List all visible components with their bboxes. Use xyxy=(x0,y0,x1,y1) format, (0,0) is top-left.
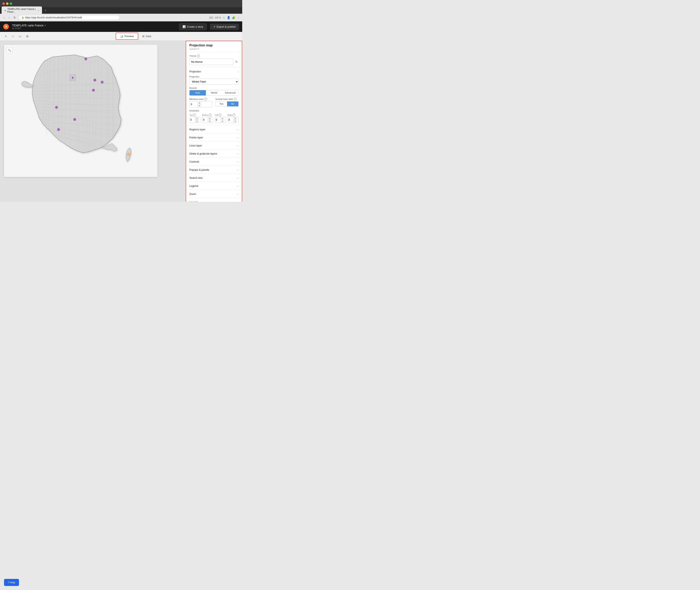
projection-select[interactable]: Winkel Tripel xyxy=(189,79,239,85)
min-area-input[interactable] xyxy=(189,101,198,107)
panel-header: Projection map v13.8.0 ↻ xyxy=(186,41,242,52)
visualization-title[interactable]: TEMPLATE carte France ▾ xyxy=(12,24,46,27)
padding-top-down[interactable]: ▼ xyxy=(195,120,199,123)
theme-info-icon[interactable]: ? xyxy=(197,55,200,57)
section-arrow-7: → xyxy=(236,185,239,187)
section-header-7[interactable]: Legend → xyxy=(186,182,242,190)
forward-button[interactable]: › xyxy=(7,15,11,20)
data-tab[interactable]: ⊞ Data xyxy=(138,33,155,39)
tab-close-button[interactable]: ✕ xyxy=(37,9,39,12)
settings-tool[interactable]: ⚙ xyxy=(24,33,30,39)
active-tab[interactable]: ✳ TEMPLATE carte France | Flouri… ✕ xyxy=(2,6,42,14)
include-lines-group: Include lines data ? Yes No xyxy=(215,98,239,107)
section-layout: Layout → xyxy=(186,198,242,202)
include-lines-toggle: Yes No xyxy=(215,101,239,107)
padding-right-input[interactable] xyxy=(228,117,233,123)
svg-point-46 xyxy=(72,77,74,79)
bounds-advanced-button[interactable]: Advanced xyxy=(222,90,238,95)
padding-right-field: Right ? ▲ ▼ xyxy=(228,114,239,123)
min-area-info-icon[interactable]: ? xyxy=(204,98,207,100)
padding-bottom-up[interactable]: ▲ xyxy=(208,117,211,120)
section-arrow-6: → xyxy=(236,177,239,179)
create-story-button[interactable]: 📊 Create a story xyxy=(179,23,207,30)
padding-top-field: Top ? ▲ ▼ xyxy=(189,114,200,123)
data-grid-icon: ⊞ xyxy=(142,35,145,38)
projection-header[interactable]: Projection ↓ xyxy=(186,68,242,76)
export-publish-button[interactable]: ↗ Export & publish xyxy=(210,24,239,30)
map-point xyxy=(84,58,87,60)
app-title-area: TEMPLATE carte France ▾ by KGEC xyxy=(12,24,46,29)
map-area: 🔍 xyxy=(0,41,186,202)
padding-right-up[interactable]: ▲ xyxy=(233,117,237,120)
min-area-decrement[interactable]: ▼ xyxy=(198,104,201,107)
bounds-world-button[interactable]: World xyxy=(206,90,222,95)
section-arrow-5: → xyxy=(236,169,239,171)
section-arrow-3: → xyxy=(236,152,239,155)
frame-tool[interactable]: □ xyxy=(10,33,15,39)
padding-bottom-field: Bottom ? ▲ ▼ xyxy=(202,114,213,123)
tab-bar: ✳ TEMPLATE carte France | Flouri… ✕ + xyxy=(0,7,242,14)
theme-select[interactable]: No theme xyxy=(189,59,233,65)
new-tab-button[interactable]: + xyxy=(43,8,48,13)
bookmark-icon[interactable]: ☆ xyxy=(223,16,225,19)
padding-left-up[interactable]: ▲ xyxy=(221,117,224,120)
section-header-2[interactable]: Lines layer → xyxy=(186,142,242,150)
padding-bottom-down[interactable]: ▼ xyxy=(208,120,211,123)
svg-point-39 xyxy=(93,79,96,82)
refresh-icon[interactable]: ↻ xyxy=(197,47,199,50)
padding-right-down[interactable]: ▼ xyxy=(233,120,237,123)
section-header-4[interactable]: Controls → xyxy=(186,158,242,166)
section-header-9[interactable]: Layout → xyxy=(186,198,242,202)
padding-left-down[interactable]: ▼ xyxy=(221,120,224,123)
theme-label: Theme ? xyxy=(189,55,239,57)
map-search-button[interactable]: 🔍 xyxy=(6,47,12,53)
reload-button[interactable]: ↻ xyxy=(12,15,17,20)
section-arrow-8: → xyxy=(236,193,239,196)
tab-title: TEMPLATE carte France | Flouri… xyxy=(7,8,35,13)
padding-top-label: Top ? xyxy=(189,114,200,116)
padding-bottom-info[interactable]: ? xyxy=(209,114,212,116)
section-header-3[interactable]: Globe & graticule layers → xyxy=(186,150,242,158)
rect-tool[interactable]: ▭ xyxy=(17,33,23,39)
minimize-traffic-light[interactable] xyxy=(6,2,8,5)
include-lines-no[interactable]: No xyxy=(227,101,238,106)
padding-top-input[interactable] xyxy=(189,117,195,123)
back-button[interactable]: ‹ xyxy=(2,15,6,20)
padding-left-field: Left ? ▲ ▼ xyxy=(215,114,226,123)
profile-icon[interactable]: 👤 xyxy=(227,16,230,19)
padding-right-spinner: ▲ ▼ xyxy=(228,117,239,123)
section-arrow-0: → xyxy=(236,128,239,131)
menu-icon[interactable]: ⋮ xyxy=(237,16,240,19)
main-content: 🔍 xyxy=(0,41,242,202)
padding-row: Top ? ▲ ▼ xyxy=(189,114,239,123)
theme-section: Theme ? No theme ↻ xyxy=(186,52,242,68)
url-bar[interactable]: 🔒 https://app.flourish.studio/visualisat… xyxy=(19,15,120,20)
bounds-auto-button[interactable]: Auto xyxy=(189,90,206,95)
padding-bottom-input[interactable] xyxy=(202,117,208,123)
section-legend: Legend → xyxy=(186,182,242,190)
theme-refresh-button[interactable]: ↻ xyxy=(235,59,239,64)
preview-tab[interactable]: 📊 Preview xyxy=(116,33,138,40)
padding-top-info[interactable]: ? xyxy=(193,114,196,116)
include-lines-yes[interactable]: Yes xyxy=(216,101,227,106)
svg-text:🔆: 🔆 xyxy=(126,152,130,156)
pointer-tool[interactable]: ↖ xyxy=(3,33,9,39)
padding-left-info[interactable]: ? xyxy=(218,114,222,116)
padding-left-input[interactable] xyxy=(215,117,221,123)
toolbar: ↖ □ ▭ ⚙ 📊 Preview ⊞ Data xyxy=(0,32,242,41)
section-header-0[interactable]: Regions layer → xyxy=(186,125,242,133)
section-header-8[interactable]: Zoom → xyxy=(186,190,242,198)
maximize-traffic-light[interactable] xyxy=(10,2,12,5)
close-traffic-light[interactable] xyxy=(2,2,5,5)
section-header-6[interactable]: Search box → xyxy=(186,174,242,182)
app-header: ✳ TEMPLATE carte France ▾ by KGEC 📊 Crea… xyxy=(0,21,242,32)
extensions-icon[interactable]: 🧩 xyxy=(232,16,235,19)
padding-top-up[interactable]: ▲ xyxy=(195,117,199,120)
translate-icon[interactable]: ⟨A⟩ xyxy=(209,16,213,19)
min-area-increment[interactable]: ▲ xyxy=(198,101,201,104)
padding-right-info[interactable]: ? xyxy=(233,114,235,116)
section-header-1[interactable]: Points layer → xyxy=(186,133,242,141)
section-points-layer: Points layer → xyxy=(186,133,242,142)
section-header-5[interactable]: Popups & panels → xyxy=(186,166,242,174)
include-lines-info-icon[interactable]: ? xyxy=(234,98,237,100)
